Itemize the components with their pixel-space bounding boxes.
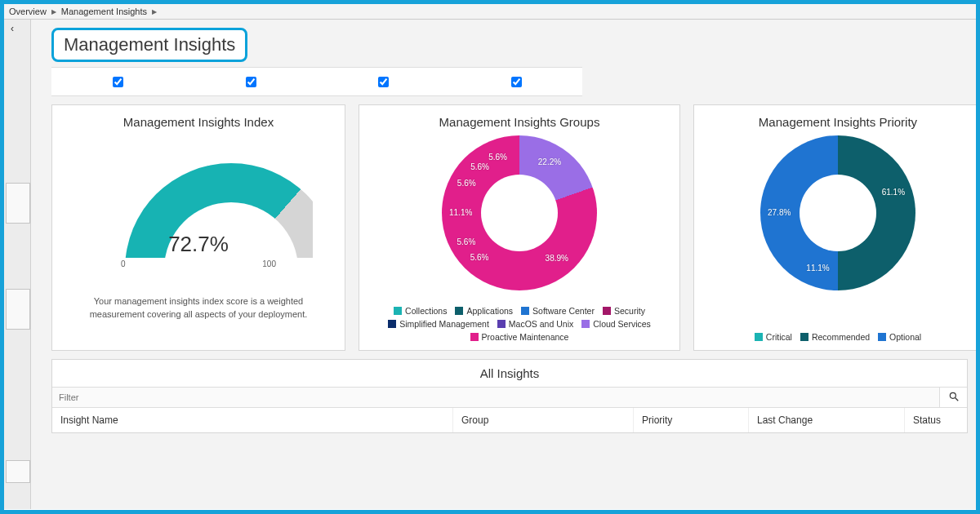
legend: CriticalRecommendedOptional (694, 329, 980, 348)
slice-label: 5.6% (457, 237, 475, 246)
legend-item[interactable]: Critical (755, 332, 792, 342)
legend-swatch (394, 307, 402, 315)
svg-point-0 (950, 392, 956, 398)
slice-label: 5.6% (488, 153, 507, 162)
card-all-insights: All Insights Insight Name Group Priority… (51, 359, 968, 433)
slice-label: 5.6% (457, 179, 476, 188)
legend-swatch (603, 307, 611, 315)
legend-swatch (878, 333, 886, 341)
gauge-chart: 72.7% 0 100 (76, 140, 321, 263)
chevron-right-icon: ▶ (152, 8, 157, 16)
col-insight-name[interactable]: Insight Name (52, 408, 453, 432)
donut-groups: 5.6%5.6%11.1%5.6%5.6%5.6%22.2%38.9% (438, 135, 601, 299)
slice-label: 61.1% (882, 188, 905, 197)
card-index: Management Insights Index 72.7% 0 100 Yo… (51, 104, 345, 351)
legend-item[interactable]: Software Center (521, 306, 595, 316)
page-title: Management Insights (51, 28, 247, 62)
gauge-value: 72.7% (76, 232, 321, 257)
slice-label: 11.1% (806, 264, 829, 273)
legend-item[interactable]: MacOS and Unix (497, 319, 573, 329)
collapse-icon[interactable]: ‹ (11, 23, 14, 34)
slice-label: 11.1% (449, 208, 472, 217)
legend-item[interactable]: Applications (455, 306, 513, 316)
legend-swatch (800, 333, 808, 341)
legend-label: Security (614, 306, 645, 316)
legend-label: Applications (466, 306, 513, 316)
gauge-max: 100 (262, 259, 276, 268)
legend-label: MacOS and Unix (509, 319, 573, 329)
breadcrumb: Overview ▶ Management Insights ▶ (4, 4, 976, 20)
filter-check-1[interactable] (113, 77, 123, 87)
donut-priority: 27.8%61.1%11.1% (756, 135, 920, 299)
breadcrumb-item[interactable]: Management Insights (61, 7, 147, 16)
slice-label: 5.6% (470, 162, 489, 171)
legend-item[interactable]: Simplified Management (388, 319, 489, 329)
legend-item[interactable]: Collections (394, 306, 447, 316)
table-headers: Insight Name Group Priority Last Change … (52, 408, 967, 432)
card-title: Management Insights Groups (439, 115, 600, 129)
legend-swatch (521, 307, 529, 315)
scroll-handle[interactable] (6, 183, 30, 224)
slice-label: 38.9% (546, 254, 568, 263)
filter-input[interactable] (52, 388, 939, 407)
search-button[interactable] (939, 388, 967, 407)
slice-label: 27.8% (768, 208, 791, 217)
table-title: All Insights (52, 366, 967, 380)
svg-line-1 (955, 397, 958, 401)
filter-check-row (51, 67, 582, 96)
search-icon (948, 391, 960, 402)
col-group[interactable]: Group (453, 408, 634, 432)
legend-item[interactable]: Proactive Maintenance (470, 332, 569, 342)
legend-swatch (455, 307, 463, 315)
card-priority: Management Insights Priority 27.8%61.1%1… (693, 104, 980, 351)
legend-swatch (581, 320, 590, 328)
legend-item[interactable]: Optional (878, 332, 921, 342)
breadcrumb-item[interactable]: Overview (9, 7, 47, 16)
slice-label: 5.6% (470, 253, 489, 262)
filter-check-3[interactable] (378, 77, 389, 87)
col-last-change[interactable]: Last Change (749, 408, 905, 432)
legend-item[interactable]: Cloud Services (581, 319, 651, 329)
left-rail: ‹ (4, 20, 31, 509)
legend-swatch (497, 320, 506, 328)
legend-label: Proactive Maintenance (482, 332, 569, 342)
scroll-handle[interactable] (6, 460, 30, 483)
scroll-handle[interactable] (6, 289, 30, 330)
legend-swatch (470, 333, 479, 341)
card-title: Management Insights Index (123, 115, 274, 129)
legend: CollectionsApplicationsSoftware CenterSe… (359, 303, 679, 348)
legend-item[interactable]: Recommended (800, 332, 870, 342)
slice-label: 22.2% (538, 157, 561, 166)
legend-swatch (755, 333, 763, 341)
filter-check-4[interactable] (511, 77, 522, 87)
card-title: Management Insights Priority (759, 115, 917, 129)
col-status[interactable]: Status (905, 408, 967, 432)
card-groups: Management Insights Groups 5.6%5.6%11.1%… (359, 104, 680, 351)
legend-label: Cloud Services (593, 319, 651, 329)
col-priority[interactable]: Priority (634, 408, 749, 432)
card-description: Your management insights index score is … (52, 295, 345, 321)
legend-label: Recommended (812, 332, 870, 342)
legend-item[interactable]: Security (603, 306, 645, 316)
legend-label: Optional (889, 332, 921, 342)
gauge-min: 0 (121, 259, 126, 268)
legend-label: Collections (405, 306, 447, 316)
filter-check-2[interactable] (246, 77, 256, 87)
legend-swatch (388, 320, 396, 328)
legend-label: Software Center (532, 306, 595, 316)
legend-label: Simplified Management (399, 319, 489, 329)
chevron-right-icon: ▶ (51, 8, 56, 16)
legend-label: Critical (766, 332, 792, 342)
